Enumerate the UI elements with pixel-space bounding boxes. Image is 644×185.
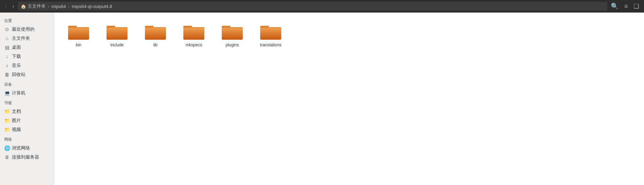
folder-bin-label: bin <box>76 43 81 47</box>
menu-button[interactable]: ≡ <box>622 1 630 11</box>
folder-translations-icon <box>259 22 282 40</box>
sidebar-section-network: 网络 <box>0 134 54 144</box>
svg-rect-5 <box>145 27 166 28</box>
folder-mkspecs-icon <box>183 22 205 40</box>
folder-plugins-label: plugins <box>226 43 239 47</box>
home-icon: ⌂ <box>4 36 10 41</box>
sidebar-item-videos-label: 视频 <box>12 126 21 133</box>
svg-rect-1 <box>68 27 89 28</box>
sidebar-section-bookmarks: 书签 <box>0 98 54 107</box>
folder-bin-icon <box>67 22 90 40</box>
svg-rect-11 <box>260 27 281 28</box>
server-icon: 🖥 <box>4 154 10 160</box>
sidebar-item-pictures-label: 图片 <box>12 117 21 124</box>
search-button[interactable]: 🔍 <box>609 1 621 11</box>
sidebar-item-computer-label: 计算机 <box>12 90 25 96</box>
sidebar-item-computer[interactable]: 💻 计算机 <box>0 88 54 98</box>
network-icon: 🌐 <box>4 145 10 151</box>
main-layout: 位置 ⊙ 最近使用的 ⌂ 主文件夹 ▤ 桌面 ↓ 下载 ♪ 音乐 🗑 回收站 设… <box>0 13 644 185</box>
home-icon: 🏠 <box>21 4 26 9</box>
window-button[interactable]: ❏ <box>631 1 641 11</box>
folder-plugins-icon <box>221 22 243 40</box>
breadcrumb-mips64[interactable]: mips64 <box>51 4 66 9</box>
sidebar-item-music-label: 音乐 <box>12 62 21 69</box>
sidebar-item-downloads-label: 下载 <box>12 53 21 60</box>
svg-rect-4 <box>145 27 166 40</box>
svg-rect-10 <box>260 27 281 40</box>
folder-mkspecs-label: mkspecs <box>185 43 202 47</box>
svg-rect-0 <box>68 27 89 40</box>
documents-icon: 📁 <box>4 109 10 114</box>
file-area: bin include <box>54 13 644 185</box>
folder-include-label: include <box>110 43 124 47</box>
svg-rect-9 <box>222 27 243 28</box>
breadcrumb-home[interactable]: 主文件夹 <box>28 3 46 9</box>
folder-lib-icon <box>144 22 167 40</box>
folder-mkspecs[interactable]: mkspecs <box>176 20 211 50</box>
sidebar-section-devices: 设备 <box>0 79 54 88</box>
recent-icon: ⊙ <box>4 26 10 32</box>
breadcrumb-output[interactable]: mips64-qt-output4.8 <box>72 4 112 9</box>
downloads-icon: ↓ <box>4 54 10 59</box>
folder-translations[interactable]: translations <box>253 20 288 50</box>
sidebar-item-browse-network[interactable]: 🌐 浏览网络 <box>0 144 54 153</box>
sidebar-item-documents[interactable]: 📁 文档 <box>0 107 54 116</box>
sidebar-item-recent-label: 最近使用的 <box>12 26 35 32</box>
folder-include-icon <box>106 22 128 40</box>
pictures-icon: 📁 <box>4 118 10 123</box>
svg-rect-3 <box>107 27 127 28</box>
sidebar-item-videos[interactable]: 📁 视频 <box>0 125 54 134</box>
sidebar-item-trash-label: 回收站 <box>12 71 25 78</box>
svg-rect-7 <box>183 27 204 28</box>
folder-translations-label: translations <box>260 43 281 47</box>
sidebar-item-downloads[interactable]: ↓ 下载 <box>0 52 54 61</box>
svg-rect-6 <box>183 27 204 40</box>
sidebar-item-trash[interactable]: 🗑 回收站 <box>0 70 54 79</box>
music-icon: ♪ <box>4 63 10 68</box>
folder-lib[interactable]: lib <box>138 20 173 50</box>
sidebar-item-desktop[interactable]: ▤ 桌面 <box>0 43 54 52</box>
sidebar-item-recent[interactable]: ⊙ 最近使用的 <box>0 25 54 34</box>
folder-lib-label: lib <box>153 43 158 47</box>
breadcrumb: 🏠 主文件夹 › mips64 › mips64-qt-output4.8 <box>18 2 608 11</box>
sidebar-item-pictures[interactable]: 📁 图片 <box>0 116 54 125</box>
desktop-icon: ▤ <box>4 45 10 50</box>
forward-button[interactable]: › <box>10 2 16 11</box>
videos-icon: 📁 <box>4 127 10 132</box>
computer-icon: 💻 <box>4 90 10 96</box>
sidebar-item-home-label: 主文件夹 <box>12 35 30 41</box>
folder-bin[interactable]: bin <box>61 20 96 50</box>
folder-include[interactable]: include <box>100 20 134 50</box>
sidebar-item-documents-label: 文档 <box>12 108 21 115</box>
svg-rect-8 <box>222 27 243 40</box>
sidebar-item-connect-server-label: 连接到服务器 <box>12 154 39 160</box>
sidebar: 位置 ⊙ 最近使用的 ⌂ 主文件夹 ▤ 桌面 ↓ 下载 ♪ 音乐 🗑 回收站 设… <box>0 13 54 185</box>
sidebar-item-music[interactable]: ♪ 音乐 <box>0 61 54 70</box>
folder-plugins[interactable]: plugins <box>215 20 250 50</box>
back-button[interactable]: ‹ <box>3 2 9 11</box>
sidebar-item-connect-server[interactable]: 🖥 连接到服务器 <box>0 153 54 162</box>
svg-rect-2 <box>107 27 127 40</box>
trash-icon: 🗑 <box>4 72 10 77</box>
sidebar-item-browse-network-label: 浏览网络 <box>12 145 30 151</box>
sidebar-item-home[interactable]: ⌂ 主文件夹 <box>0 34 54 43</box>
sidebar-section-location: 位置 <box>0 15 54 25</box>
titlebar: ‹ › 🏠 主文件夹 › mips64 › mips64-qt-output4.… <box>0 0 644 13</box>
sidebar-item-desktop-label: 桌面 <box>12 44 21 51</box>
